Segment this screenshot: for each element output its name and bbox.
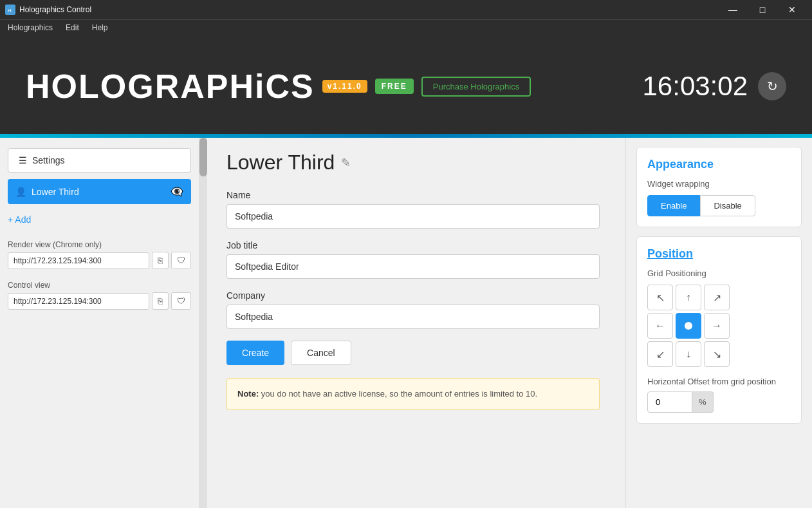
control-url-row: ⎘ 🛡 [8, 292, 191, 310]
minimize-button[interactable]: — [718, 0, 748, 19]
menu-edit[interactable]: Edit [60, 22, 84, 33]
user-icon: 👤 [15, 187, 26, 197]
form-actions: Create Cancel [226, 341, 606, 365]
grid-se[interactable] [704, 341, 730, 367]
menu-help[interactable]: Help [87, 22, 113, 33]
arrow-sw-icon [656, 348, 665, 361]
create-button[interactable]: Create [226, 341, 284, 365]
position-title[interactable]: Position [647, 247, 791, 261]
grid-nw[interactable] [647, 285, 673, 310]
sidebar-item-label: Lower Third [32, 187, 79, 197]
app-icon: H [5, 5, 15, 15]
main-layout: ☰ Settings 👤 Lower Third 👁‍🗨 + Add Rende… [0, 138, 812, 508]
name-input[interactable] [226, 204, 600, 229]
arrow-w-icon [655, 320, 665, 332]
control-copy-button[interactable]: ⎘ [152, 292, 169, 310]
visibility-icon[interactable]: 👁‍🗨 [171, 185, 183, 198]
header-logo-area: HOLOGRAPHiCS v1.11.0 FREE Purchase Holog… [26, 67, 531, 106]
version-badge: v1.11.0 [322, 80, 367, 93]
arrow-se-icon [713, 348, 721, 361]
job-title-label: Job title [226, 240, 606, 250]
render-url-input[interactable] [8, 252, 149, 269]
header-right: 16:03:02 ↻ [643, 71, 787, 102]
clock-display: 16:03:02 [643, 71, 748, 102]
enable-button[interactable]: Enable [647, 195, 700, 216]
note-text: you do not have an active license, so th… [261, 389, 537, 399]
job-title-input[interactable] [226, 254, 600, 279]
arrow-nw-icon [656, 292, 665, 304]
disable-button[interactable]: Disable [700, 195, 755, 216]
sidebar-item-content: 👤 Lower Third [15, 187, 79, 197]
offset-unit: % [692, 391, 714, 413]
edit-icon[interactable]: ✎ [341, 156, 351, 170]
arrow-ne-icon [713, 292, 721, 304]
titlebar-left: H Holographics Control [5, 5, 91, 15]
control-view-section: Control view ⎘ 🛡 [8, 281, 191, 310]
close-button[interactable]: ✕ [777, 0, 807, 19]
grid-w[interactable] [647, 313, 673, 339]
render-copy-button[interactable]: ⎘ [152, 252, 169, 269]
company-label: Company [226, 290, 606, 301]
widget-wrapping-toggle: Enable Disable [647, 195, 791, 216]
arrow-e-icon [712, 320, 722, 332]
position-section: Position Grid Positioning Horizontal Off… [636, 236, 802, 424]
window-controls: — □ ✕ [718, 0, 807, 19]
hamburger-icon: ☰ [19, 155, 27, 165]
page-title: Lower Third ✎ [226, 151, 606, 174]
grid-center[interactable] [676, 313, 701, 339]
job-title-field-group: Job title [226, 240, 606, 279]
add-button[interactable]: + Add [8, 211, 191, 229]
grid-s[interactable] [676, 341, 701, 367]
offset-label: Horizontal Offset from grid position [647, 376, 791, 388]
arrow-s-icon [686, 348, 691, 360]
app-title: Holographics Control [19, 5, 91, 14]
grid-positioning-label: Grid Positioning [647, 268, 791, 278]
menu-holographics[interactable]: Holographics [3, 22, 58, 33]
menubar: Holographics Edit Help [0, 19, 812, 35]
offset-input[interactable] [647, 391, 692, 413]
svg-text:H: H [8, 8, 12, 13]
control-label: Control view [8, 281, 191, 290]
appearance-section: Appearance Widget wrapping Enable Disabl… [636, 147, 802, 227]
logo-text: HOLOGRAPHiCS [26, 67, 315, 106]
main-content: Lower Third ✎ Name Job title Company Cre… [207, 138, 625, 508]
company-field-group: Company [226, 290, 606, 329]
header: HOLOGRAPHiCS v1.11.0 FREE Purchase Holog… [0, 35, 812, 138]
right-panel: Appearance Widget wrapping Enable Disabl… [625, 138, 812, 508]
note-bold: Note: [237, 389, 259, 399]
settings-button[interactable]: ☰ Settings [8, 148, 191, 173]
sidebar-item-lower-third[interactable]: 👤 Lower Third 👁‍🗨 [8, 179, 191, 204]
grid-n[interactable] [676, 285, 701, 310]
cancel-button[interactable]: Cancel [291, 341, 351, 365]
sidebar-scrollbar[interactable] [199, 138, 207, 508]
free-badge: FREE [375, 79, 414, 94]
render-view-section: Render view (Chrome only) ⎘ 🛡 [8, 240, 191, 269]
refresh-button[interactable]: ↻ [758, 72, 786, 100]
grid-positioning [647, 285, 791, 367]
render-open-button[interactable]: 🛡 [171, 252, 191, 269]
settings-label: Settings [32, 155, 65, 165]
titlebar: H Holographics Control — □ ✕ [0, 0, 812, 19]
page-title-text: Lower Third [226, 151, 335, 174]
sidebar: ☰ Settings 👤 Lower Third 👁‍🗨 + Add Rende… [0, 138, 199, 508]
name-field-group: Name [226, 190, 606, 229]
name-label: Name [226, 190, 606, 200]
maximize-button[interactable]: □ [748, 0, 777, 19]
grid-e[interactable] [704, 313, 730, 339]
control-url-input[interactable] [8, 293, 149, 310]
appearance-title: Appearance [647, 158, 791, 171]
render-url-row: ⎘ 🛡 [8, 252, 191, 269]
offset-input-row: % [647, 391, 791, 413]
control-open-button[interactable]: 🛡 [171, 292, 191, 310]
render-label: Render view (Chrome only) [8, 240, 191, 249]
offset-section: Horizontal Offset from grid position % [647, 376, 791, 413]
scrollbar-thumb[interactable] [199, 138, 207, 176]
grid-ne[interactable] [704, 285, 730, 310]
arrow-n-icon [686, 292, 691, 303]
widget-wrapping-label: Widget wrapping [647, 179, 791, 189]
company-input[interactable] [226, 305, 600, 329]
note-box: Note: you do not have an active license,… [226, 378, 600, 410]
center-dot [685, 322, 692, 330]
grid-sw[interactable] [647, 341, 673, 367]
purchase-button[interactable]: Purchase Holographics [421, 77, 531, 97]
